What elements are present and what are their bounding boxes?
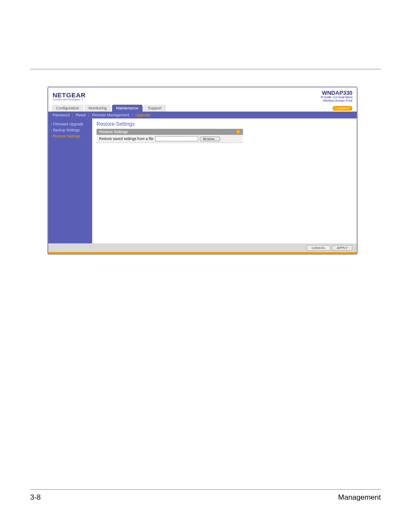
document-page: NETGEAR Connect with Innovation ™ WNDAP3… (0, 0, 411, 532)
panel-subheader: Restore Settings ? (97, 129, 243, 135)
primary-tabs: Configuration Monitoring Maintenance Sup… (48, 103, 357, 112)
tab-maintenance[interactable]: Maintenance (112, 105, 143, 112)
brand-logo: NETGEAR (53, 92, 86, 98)
brand-tagline: Connect with Innovation ™ (53, 98, 86, 101)
tab-monitoring[interactable]: Monitoring (84, 105, 111, 112)
model-name: WNDAP330 (321, 90, 352, 96)
router-screenshot: NETGEAR Connect with Innovation ™ WNDAP3… (47, 87, 358, 255)
page-number: 3-8 (30, 493, 41, 502)
content-panel: Restore Settings Restore Settings ? Rest… (92, 118, 357, 243)
subtab-remote-management[interactable]: Remote Management (92, 113, 130, 117)
restore-file-input[interactable] (155, 136, 198, 141)
apply-button[interactable]: APPLY (332, 245, 352, 251)
model-sub2: Wireless Access Point (321, 99, 352, 102)
model-sub1: ProSafe 11n Dual Band (321, 96, 352, 99)
subtab-reset[interactable]: Reset (76, 113, 86, 117)
page-footer: 3-8 Management (30, 489, 381, 502)
panel-sub-label: Restore Settings (99, 130, 128, 134)
top-rule (30, 69, 381, 69)
screenshot-header: NETGEAR Connect with Innovation ™ WNDAP3… (48, 87, 357, 103)
secondary-tabs: Password | Reset | Remote Management | U… (48, 112, 357, 118)
sidebar-item-restore-settings[interactable]: Restore Settings (51, 133, 90, 139)
tab-support[interactable]: Support (143, 105, 166, 112)
sidebar: Firmware Upgrade Backup Settings Restore… (48, 118, 92, 243)
action-bar: CANCEL APPLY (48, 243, 357, 252)
browse-button[interactable]: Browse... (200, 137, 220, 141)
cancel-button[interactable]: CANCEL (307, 245, 330, 251)
sidebar-item-firmware-upgrade[interactable]: Firmware Upgrade (51, 121, 90, 127)
subtab-sep: | (88, 113, 89, 117)
panel-title: Restore Settings (97, 121, 352, 127)
screenshot-body: Firmware Upgrade Backup Settings Restore… (48, 118, 357, 243)
tab-configuration[interactable]: Configuration (52, 105, 84, 112)
subtab-password[interactable]: Password (53, 113, 70, 117)
section-title: Management (338, 493, 381, 502)
restore-row: Restore saved settings from a file Brows… (97, 135, 243, 143)
subtab-sep: | (132, 113, 133, 117)
subtab-upgrade[interactable]: Upgrade (136, 113, 151, 117)
logout-button[interactable]: LOGOUT (333, 106, 352, 111)
model-block: WNDAP330 ProSafe 11n Dual Band Wireless … (321, 90, 352, 102)
help-icon[interactable]: ? (236, 130, 240, 134)
subtab-sep: | (72, 113, 73, 117)
restore-row-label: Restore saved settings from a file (99, 137, 153, 141)
logo-block: NETGEAR Connect with Innovation ™ (53, 92, 86, 101)
copyright-text: Copyright © 1996-2007 Netgear ® (52, 253, 104, 255)
copyright-bar: Copyright © 1996-2007 Netgear ® (48, 252, 357, 255)
sidebar-item-backup-settings[interactable]: Backup Settings (51, 127, 90, 133)
